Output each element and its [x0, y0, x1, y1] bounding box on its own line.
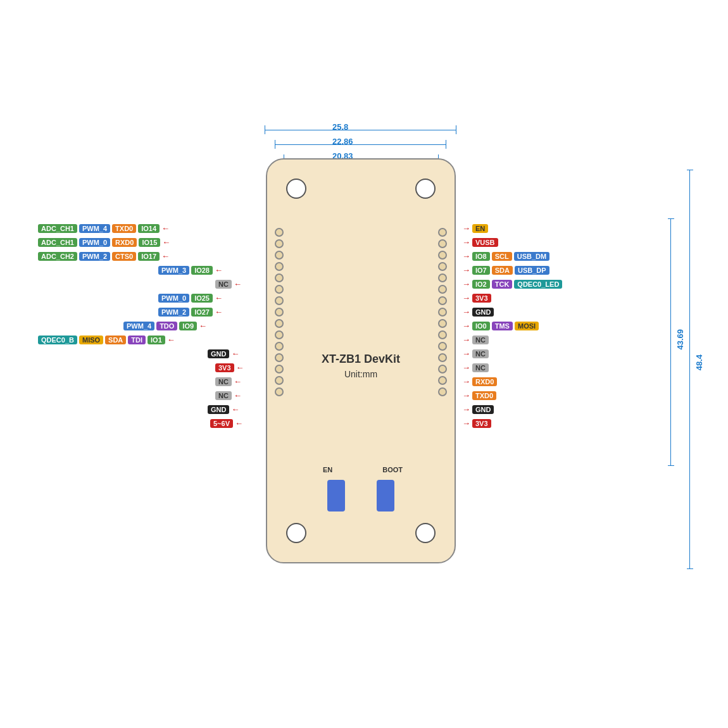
left-row-14: GND ← — [208, 405, 239, 414]
arrow-4: ← — [215, 265, 223, 275]
badge-gnd-2: GND — [208, 405, 229, 414]
badge-io0: IO0 — [472, 322, 490, 330]
right-row-3: → IO8 SCL USB_DM — [462, 251, 549, 261]
mount-hole-tl — [286, 179, 306, 199]
pin-r10 — [438, 330, 447, 339]
badge-tms: TMS — [492, 322, 513, 330]
badge-tck: TCK — [492, 280, 513, 289]
right-row-2: → VUSB — [462, 237, 498, 247]
dim-vline-484 — [689, 170, 690, 568]
right-row-10: → NC — [462, 349, 489, 358]
badge-io1: IO1 — [147, 336, 165, 344]
pin-r8 — [438, 308, 447, 317]
pin-l7 — [275, 296, 284, 305]
badge-sda-l: SDA — [105, 336, 126, 344]
badge-io8: IO8 — [472, 252, 490, 261]
dim-vline-4369 — [670, 218, 671, 465]
rarrow-4: → — [462, 265, 470, 275]
pin-r4 — [438, 262, 447, 271]
pin-l5 — [275, 273, 284, 282]
badge-io14: IO14 — [138, 224, 160, 233]
rarrow-12: → — [462, 377, 470, 386]
right-row-11: → NC — [462, 363, 489, 372]
badge-pwm0-1: PWM_0 — [79, 238, 110, 247]
arrow-10: ← — [231, 349, 239, 358]
badge-gnd-1: GND — [208, 349, 229, 358]
badge-io15: IO15 — [139, 238, 160, 247]
pin-r1 — [438, 228, 447, 237]
right-row-9: → NC — [462, 335, 489, 344]
left-row-11: 3V3 ← — [215, 363, 244, 372]
pin-l1 — [275, 228, 284, 237]
arrow-1: ← — [161, 223, 170, 233]
btn-boot[interactable] — [377, 480, 394, 511]
badge-pwm2-1: PWM_2 — [79, 252, 110, 261]
left-row-6: PWM_0 IO25 ← — [158, 293, 223, 303]
rarrow-3: → — [462, 251, 470, 261]
diagram-container: 25.8 22.86 20.83 43.69 48.4 D=2.92 6.65 … — [19, 32, 709, 696]
left-row-4: PWM_3 IO28 ← — [158, 265, 223, 275]
badge-nc-2: NC — [215, 377, 232, 386]
pcb-title: XT-ZB1 DevKit — [322, 353, 400, 366]
badge-txd0-r: TXD0 — [472, 391, 496, 400]
rarrow-9: → — [462, 335, 470, 344]
badge-nc-3: NC — [215, 391, 232, 400]
right-row-5: → IO2 TCK QDEC0_LED — [462, 279, 562, 289]
right-row-7: → GND — [462, 307, 494, 317]
badge-usb-dm: USB_DM — [514, 252, 549, 261]
rarrow-5: → — [462, 279, 470, 289]
badge-nc-1: NC — [215, 280, 232, 289]
left-pin-holes — [275, 228, 284, 396]
badge-pwm2-2: PWM_2 — [158, 308, 189, 317]
badge-tdo: TDO — [156, 322, 177, 330]
badge-scl: SCL — [492, 252, 512, 261]
badge-en: EN — [472, 224, 488, 233]
arrow-2: ← — [162, 237, 170, 247]
btn-en[interactable] — [327, 480, 345, 511]
pcb-board: XT-ZB1 DevKit Unit:mm EN BOOT — [266, 158, 456, 563]
rarrow-15: → — [462, 418, 470, 428]
badge-rxd0: RXD0 — [112, 238, 137, 247]
pin-r6 — [438, 285, 447, 294]
badge-nc-r1: NC — [472, 336, 489, 344]
pin-l14 — [275, 376, 284, 385]
dim-tick-l1 — [265, 125, 265, 134]
left-row-1: ADC_CH1 PWM_4 TXD0 IO14 ← — [38, 223, 170, 233]
dim-htick-top2 — [687, 170, 693, 170]
badge-pwm0-2: PWM_0 — [158, 294, 189, 303]
badge-io2: IO2 — [472, 280, 490, 289]
arrow-8: ← — [199, 321, 207, 330]
pin-r3 — [438, 251, 447, 260]
badge-3v3-r: 3V3 — [472, 294, 491, 303]
pin-r14 — [438, 376, 447, 385]
badge-nc-r2: NC — [472, 349, 489, 358]
badge-nc-r3: NC — [472, 363, 489, 372]
dim-tick-r2 — [446, 140, 446, 149]
pin-l13 — [275, 365, 284, 373]
right-row-6: → 3V3 — [462, 293, 491, 303]
badge-qdec0b: QDEC0_B — [38, 336, 77, 344]
pin-r7 — [438, 296, 447, 305]
right-row-15: → 3V3 — [462, 418, 491, 428]
dim-label-484: 48.4 — [694, 355, 704, 370]
dim-htick-bot — [668, 465, 674, 466]
pin-r11 — [438, 342, 447, 351]
mount-hole-tr — [415, 179, 436, 199]
badge-txd0-1: TXD0 — [112, 224, 136, 233]
badge-gnd-r2: GND — [472, 405, 494, 414]
rarrow-2: → — [462, 237, 470, 247]
badge-adc-ch2: ADC_CH2 — [38, 252, 77, 261]
dim-htick-bot2 — [687, 568, 693, 569]
badge-rxd0-r: RXD0 — [472, 377, 497, 386]
rarrow-10: → — [462, 349, 470, 358]
dim-label-2286: 22.86 — [332, 137, 353, 146]
badge-io28: IO28 — [191, 266, 213, 275]
rarrow-1: → — [462, 223, 470, 233]
arrow-11: ← — [236, 363, 244, 372]
badge-pwm4: PWM_4 — [79, 224, 110, 233]
badge-vusb: VUSB — [472, 238, 498, 247]
dim-tick-r1 — [456, 125, 456, 134]
arrow-14: ← — [231, 405, 239, 414]
rarrow-13: → — [462, 391, 470, 400]
pin-l9 — [275, 319, 284, 328]
